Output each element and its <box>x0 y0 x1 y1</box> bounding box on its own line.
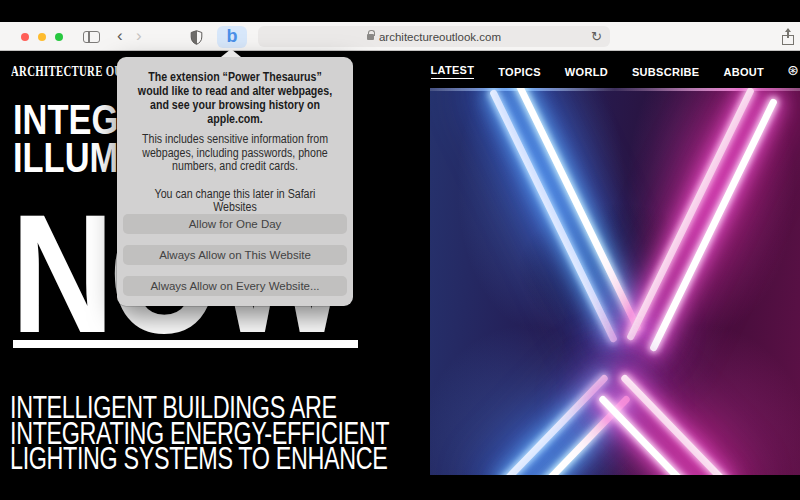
image-top-highlight <box>430 88 800 91</box>
power-thesaurus-icon: b <box>217 26 247 47</box>
allow-one-day-button[interactable]: Allow for One Day <box>123 214 347 234</box>
minimize-window-button[interactable] <box>38 33 46 41</box>
neon-tube-upper-left-1 <box>489 89 618 344</box>
popover-body-sensitive-info: This includes sensitive information from… <box>135 133 336 174</box>
nav-item-latest[interactable]: LATEST <box>431 64 475 79</box>
share-arrow <box>785 28 791 32</box>
popover-buttons: Allow for One Day Always Allow on This W… <box>123 214 347 296</box>
nav-item-about[interactable]: ABOUT <box>723 66 764 78</box>
url-text: architectureoutlook.com <box>379 31 501 43</box>
always-allow-every-website-button[interactable]: Always Allow on Every Website... <box>123 276 347 296</box>
close-window-button[interactable] <box>21 33 29 41</box>
power-thesaurus-extension-button[interactable]: b <box>217 26 247 48</box>
nav-circle-icon[interactable]: ⊛ <box>787 63 799 77</box>
hero-divider-rule <box>13 340 358 348</box>
safari-window: ‹ › b architectureoutlook.com ↻ <box>0 0 800 500</box>
nav-item-world[interactable]: WORLD <box>565 66 608 78</box>
address-bar[interactable]: architectureoutlook.com ↻ <box>258 26 610 47</box>
sidebar-toggle-icon[interactable] <box>83 31 100 43</box>
neon-tube-upper-left-2 <box>513 88 642 332</box>
extension-permission-popover: The extension “Power Thesaurus” would li… <box>117 57 353 306</box>
hero-paragraph: INTELLIGENT BUILDINGS ARE INTEGRATING EN… <box>10 395 389 472</box>
neon-tube-lower-right-1 <box>620 374 729 475</box>
nav-item-topics[interactable]: TOPICS <box>498 66 541 78</box>
popover-arrow <box>221 49 241 57</box>
main-nav: LATEST TOPICS WORLD SUBSCRIBE ABOUT <box>431 64 764 79</box>
browser-toolbar: ‹ › b architectureoutlook.com ↻ <box>0 22 800 51</box>
nav-item-subscribe[interactable]: SUBSCRIBE <box>632 66 700 78</box>
neon-tube-upper-right-2 <box>649 98 778 353</box>
lock-icon <box>367 34 374 40</box>
share-icon[interactable] <box>781 29 795 45</box>
neon-tube-upper-right-1 <box>626 88 755 341</box>
letterbox-top <box>0 0 800 22</box>
popover-title: The extension “Power Thesaurus” would li… <box>135 70 336 126</box>
zoom-window-button[interactable] <box>55 33 63 41</box>
neon-hero-image <box>430 88 800 475</box>
reload-icon[interactable]: ↻ <box>591 26 602 47</box>
neon-tube-lower-left-1 <box>500 374 609 475</box>
always-allow-website-button[interactable]: Always Allow on This Website <box>123 245 347 265</box>
forward-button[interactable]: › <box>136 25 142 47</box>
privacy-shield-icon[interactable] <box>190 30 203 49</box>
back-button[interactable]: ‹ <box>117 25 123 47</box>
